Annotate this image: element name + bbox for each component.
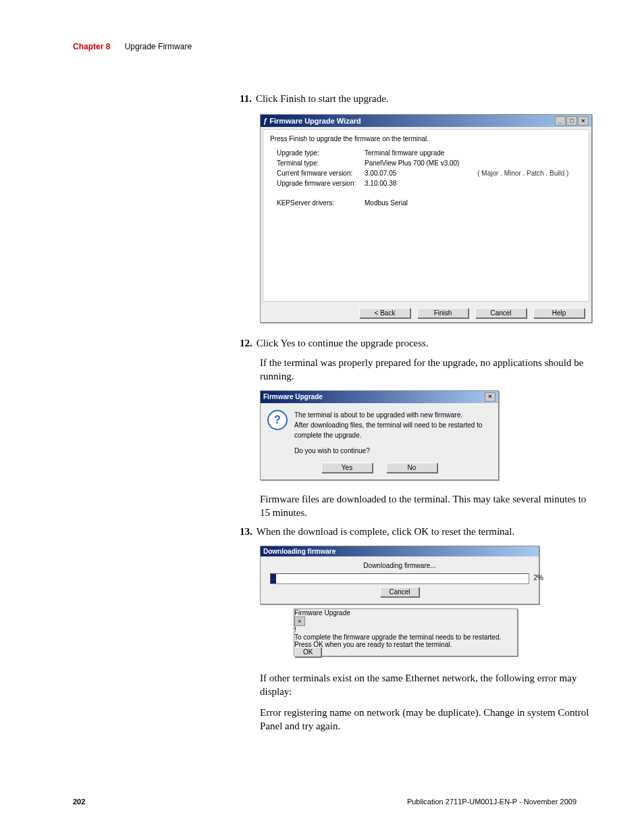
chapter-title: Upgrade Firmware: [125, 42, 192, 51]
cancel-download-button[interactable]: Cancel: [380, 587, 419, 597]
minimize-button[interactable]: _: [555, 116, 566, 126]
step-number: 13.: [240, 526, 252, 537]
restart-dialog-title: Firmware Upgrade: [294, 609, 350, 617]
confirm-dialog-titlebar: Firmware Upgrade ×: [261, 391, 498, 403]
firmware-upgrade-restart-dialog: Firmware Upgrade × ! To complete the fir…: [294, 608, 518, 656]
post-confirm-paragraph: Firmware files are downloaded to the ter…: [260, 492, 590, 520]
restart-dialog-message: To complete the firmware upgrade the ter…: [294, 633, 517, 648]
step-12: 12.Click Yes to continue the upgrade pro…: [240, 338, 590, 349]
warning-icon: !: [294, 626, 517, 633]
confirm-dialog-body: ? The terminal is about to be upgraded w…: [261, 403, 498, 463]
upgrade-type-value: Terminal firmware upgrade: [365, 149, 444, 157]
downloading-body: Downloading firmware... 2% Cancel: [261, 556, 539, 604]
ending-paragraph-1: If other terminals exist on the same Eth…: [260, 671, 590, 699]
terminal-type-row: Terminal type: PanelView Plus 700 (ME v3…: [277, 159, 582, 167]
step-number: 11.: [240, 93, 252, 104]
ok-button[interactable]: OK: [294, 647, 321, 657]
restart-line-2: Press OK when you are ready to restart t…: [294, 641, 517, 648]
close-button[interactable]: ×: [485, 392, 495, 402]
step-13: 13.When the download is complete, click …: [240, 526, 590, 538]
wizard-button-bar: < Back Finish Cancel Help: [261, 304, 591, 322]
page-footer: 202 Publication 2711P-UM001J-EN-P - Nove…: [73, 798, 576, 806]
step-12-paragraph: If the terminal was properly prepared fo…: [260, 356, 590, 384]
page-header: Chapter 8 Upgrade Firmware: [73, 42, 576, 51]
confirm-line-1: The terminal is about to be upgraded wit…: [294, 410, 491, 420]
kepserver-row: KEPServer drivers: Modbus Serial: [277, 199, 582, 207]
wizard-title: Firmware Upgrade Wizard: [269, 117, 361, 125]
wizard-titlebar: ƒ Firmware Upgrade Wizard _ □ ×: [261, 115, 591, 127]
current-firmware-value: 3.00.07.05: [365, 170, 396, 177]
progress-bar: 2%: [270, 573, 529, 584]
close-button[interactable]: ×: [578, 116, 589, 126]
window-controls: _ □ ×: [555, 116, 589, 126]
upgrade-firmware-row: Upgrade firmware version: 3.10.00.38: [277, 180, 582, 187]
kepserver-label: KEPServer drivers:: [277, 199, 365, 207]
upgrade-firmware-label: Upgrade firmware version:: [277, 180, 365, 187]
back-button[interactable]: < Back: [359, 308, 410, 318]
progress-fill: [271, 574, 276, 583]
publication-info: Publication 2711P-UM001J-EN-P - November…: [407, 798, 576, 806]
firmware-upgrade-wizard-window: ƒ Firmware Upgrade Wizard _ □ × Press Fi…: [260, 114, 592, 323]
confirm-line-2: After downloading files, the terminal wi…: [294, 420, 491, 440]
upgrade-type-label: Upgrade type:: [277, 149, 365, 157]
wizard-body: Press Finish to upgrade the firmware on …: [263, 129, 589, 302]
terminal-type-value: PanelView Plus 700 (ME v3.00): [365, 159, 459, 167]
current-firmware-row: Current firmware version: 3.00.07.05 ( M…: [277, 170, 582, 177]
page-number: 202: [73, 798, 85, 806]
confirm-dialog-buttons: Yes No: [261, 463, 498, 479]
step-text: Click Finish to start the upgrade.: [256, 93, 389, 104]
terminal-type-label: Terminal type:: [277, 159, 365, 167]
cancel-button[interactable]: Cancel: [475, 308, 527, 318]
confirm-dialog-message: The terminal is about to be upgraded wit…: [294, 410, 491, 456]
upgrade-type-row: Upgrade type: Terminal firmware upgrade: [277, 149, 582, 157]
current-firmware-label: Current firmware version:: [277, 170, 365, 177]
confirm-dialog-title: Firmware Upgrade: [263, 393, 323, 400]
progress-percent: 2%: [534, 574, 543, 581]
firmware-format-annotation: ( Major . Minor . Patch . Build ): [477, 170, 568, 177]
downloading-firmware-window: Downloading firmware Downloading firmwar…: [260, 546, 539, 604]
question-icon: ?: [267, 410, 288, 430]
ending-paragraph-2: Error registering name on network (may b…: [260, 706, 590, 733]
step-number: 12.: [240, 338, 252, 348]
wizard-heading: Press Finish to upgrade the firmware on …: [270, 135, 582, 142]
kepserver-value: Modbus Serial: [365, 199, 408, 207]
restart-line-1: To complete the firmware upgrade the ter…: [294, 633, 517, 641]
wizard-app-icon: ƒ Firmware Upgrade Wizard: [263, 117, 361, 125]
finish-button[interactable]: Finish: [417, 308, 468, 318]
downloading-titlebar: Downloading firmware: [261, 546, 539, 556]
restart-dialog-buttons: OK: [294, 648, 517, 656]
no-button[interactable]: No: [386, 463, 437, 473]
confirm-line-3: Do you wish to continue?: [294, 446, 491, 456]
step-text: Click Yes to continue the upgrade proces…: [257, 338, 429, 348]
close-button[interactable]: ×: [294, 617, 305, 626]
chapter-label: Chapter 8: [73, 42, 110, 51]
maximize-button[interactable]: □: [566, 116, 577, 126]
firmware-upgrade-confirm-dialog: Firmware Upgrade × ? The terminal is abo…: [260, 390, 499, 480]
upgrade-firmware-value: 3.10.00.38: [365, 180, 396, 187]
yes-button[interactable]: Yes: [321, 463, 373, 473]
body-column: 11.Click Finish to start the upgrade. ƒ …: [240, 93, 590, 739]
downloading-label: Downloading firmware...: [270, 562, 529, 569]
step-text: When the download is complete, click OK …: [257, 526, 514, 537]
step-11: 11.Click Finish to start the upgrade.: [240, 93, 590, 105]
restart-dialog-body: ! To complete the firmware upgrade the t…: [294, 626, 517, 648]
restart-dialog-titlebar: Firmware Upgrade ×: [294, 609, 517, 626]
help-button[interactable]: Help: [533, 308, 585, 318]
